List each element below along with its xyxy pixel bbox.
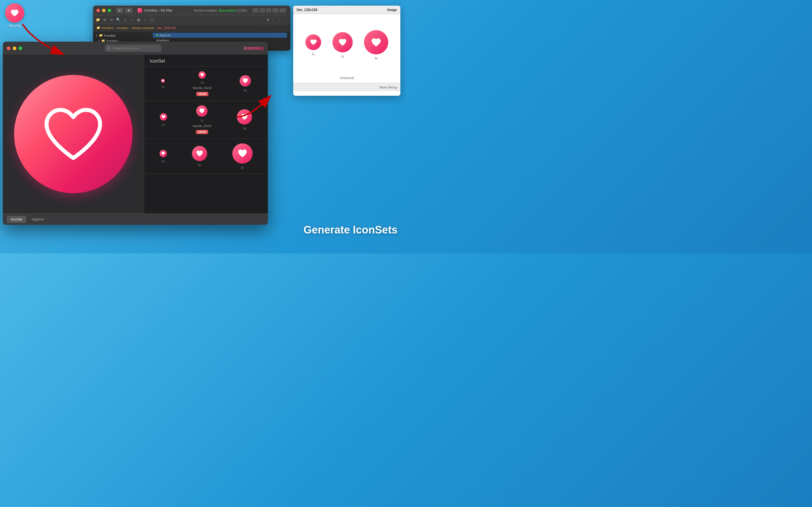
stop-button[interactable] xyxy=(125,8,133,13)
main-minimize-dot[interactable] xyxy=(13,47,16,50)
play-button[interactable] xyxy=(116,8,123,13)
preview-2x: 2x xyxy=(333,32,353,58)
asset-footer: Show Slicing xyxy=(293,83,400,91)
right-panel: IconSet 1x 2 xyxy=(144,55,268,214)
app-logo: icondary xyxy=(244,45,264,51)
maximize-dot[interactable] xyxy=(108,9,111,12)
generate-iconsets-text: Generate IconSets xyxy=(303,224,398,237)
icon-cell-2x-3: 2x xyxy=(192,146,207,167)
icon-cell-1x-16: 1x xyxy=(161,79,165,89)
scale-2x-label: 2x xyxy=(201,81,204,84)
link-icon[interactable]: ⌁ xyxy=(143,17,148,22)
scale-1x-label: 1x xyxy=(161,85,165,89)
layout-icon[interactable]: ⊟ xyxy=(109,17,114,22)
iconset-row-24x24: 1x 2x favorite_24x24 24x24 xyxy=(144,101,268,139)
preview-heart-3x xyxy=(370,36,382,48)
icon-cell-2x-24: 2x favorite_24x24 24x24 xyxy=(193,105,211,134)
xcode-nav-path: 📁 Icondary › Icondary › Assets.xcassets … xyxy=(93,24,290,32)
table-icon[interactable]: ▦ xyxy=(136,17,141,22)
icon-circle-medium-2x xyxy=(196,105,207,117)
preview-3x: 3x xyxy=(364,30,388,60)
icon-cell-3x-16: 3x xyxy=(240,75,251,92)
grid-view-icon[interactable]: ⊞ xyxy=(265,17,270,22)
xcode-toolbar: 📁 ⊞ ⊟ 🔍 △ ○ ▦ ⌁ { } ⊞ ‹ › xyxy=(93,15,290,24)
main-fullscreen-dot[interactable] xyxy=(18,47,22,50)
icon-circle-small-2x xyxy=(199,71,206,78)
breadcrumb-mymac: My Mac xyxy=(161,8,172,12)
svg-marker-0 xyxy=(119,9,121,11)
minimize-dot[interactable] xyxy=(102,9,105,12)
view-toggle-1[interactable] xyxy=(253,8,259,13)
main-titlebar: Search for icons icondary xyxy=(3,42,268,55)
xcode-status: Archive Icondary: Succeeded 13.193s xyxy=(194,9,250,12)
view-toggle-4[interactable] xyxy=(272,8,278,13)
breadcrumb-icondary: Icondary xyxy=(144,8,157,12)
scale-label-3x: 3x xyxy=(374,57,378,60)
icon-name-24: favorite_24x24 xyxy=(193,124,211,128)
main-close-dot[interactable] xyxy=(7,47,10,50)
preview-1x: 1x xyxy=(305,34,321,56)
triangle-icon[interactable]: △ xyxy=(122,17,128,22)
heart-icon xyxy=(10,8,20,18)
iconset-row-16x16: 1x 2x favorite_16x16 16x16 xyxy=(144,67,268,101)
svg-line-3 xyxy=(110,49,110,50)
icon-circle-small-row3 xyxy=(160,150,167,157)
preview-heart-1x xyxy=(309,38,317,46)
preview-circle-1x xyxy=(305,34,321,50)
badge-24x24: 24x24 xyxy=(196,130,208,134)
view-toggle-5[interactable] xyxy=(280,8,286,13)
scale-3x-label: 3x xyxy=(244,89,247,92)
tab-appicon[interactable]: AppIcon xyxy=(28,216,48,223)
xcode-titlebar: Icondary › My Mac Archive Icondary: Succ… xyxy=(93,6,290,15)
main-content: IconSet 1x 2 xyxy=(3,55,268,214)
main-window: Search for icons icondary IconSet xyxy=(3,42,268,225)
search-icon[interactable]: 🔍 xyxy=(116,17,121,22)
main-search-area: Search for icons xyxy=(24,45,242,52)
left-panel xyxy=(3,55,144,214)
icon-circle-medium-3x xyxy=(240,75,251,87)
big-heart-icon xyxy=(37,98,110,171)
folder-icon[interactable]: 📁 xyxy=(95,17,100,22)
icon-name-16: favorite_16x16 xyxy=(193,87,212,90)
like-icon-circle xyxy=(5,3,24,22)
asset-name: like_128x128 xyxy=(297,8,317,12)
nav-back-icon[interactable]: ‹ xyxy=(276,17,282,22)
icon-circle-small-1x xyxy=(160,113,167,121)
search-bar[interactable]: Search for icons xyxy=(105,45,161,52)
app-icon xyxy=(138,8,142,13)
like-icon-container: like.png xyxy=(5,3,24,27)
tab-iconset[interactable]: IconSet xyxy=(7,216,26,223)
circle-icon[interactable]: ○ xyxy=(129,17,134,22)
icon-cell-1x-24: 1x xyxy=(160,113,167,126)
view-toggle-3[interactable] xyxy=(266,8,271,13)
file-dot xyxy=(156,34,158,36)
show-slicing-label: Show Slicing xyxy=(379,86,397,89)
asset-preview-area: 1x 2x 3x xyxy=(293,14,400,76)
xcode-asset-preview: like_128x128 Image 1x 2x xyxy=(293,6,400,96)
iconset-header: IconSet xyxy=(144,55,268,67)
badge-16x16: 16x16 xyxy=(196,92,209,96)
icon-circle-large-2x xyxy=(192,146,207,161)
icon-circle-xlarge-3x xyxy=(232,144,253,164)
search-icon xyxy=(107,47,111,50)
icon-cell-3x-24: 3x xyxy=(237,109,252,130)
preview-circle-2x xyxy=(333,32,353,52)
universal-label: Universal xyxy=(293,76,400,83)
grid-icon[interactable]: ⊞ xyxy=(102,17,107,22)
view-toggle-2[interactable] xyxy=(260,8,265,13)
preview-heart-2x xyxy=(338,37,348,47)
nav-fwd-icon[interactable]: › xyxy=(283,17,288,22)
asset-type: Image xyxy=(387,8,397,12)
file-item-appicon[interactable]: AppIcon xyxy=(153,33,287,38)
sidebar-item-icondary-1[interactable]: ▼ 📁 Icondary xyxy=(93,33,149,38)
big-circle-preview xyxy=(14,75,133,193)
scale-label-1x: 1x xyxy=(312,52,315,56)
scale-label-2x: 2x xyxy=(341,55,344,58)
nav-folder-icon: 📁 xyxy=(96,26,100,30)
preview-circle-3x xyxy=(364,30,388,54)
search-placeholder: Search for icons xyxy=(112,46,139,50)
close-dot[interactable] xyxy=(96,9,100,12)
icon-cell-1x-3: 1x xyxy=(160,150,167,163)
code-icon[interactable]: { } xyxy=(149,17,154,22)
icon-circle-large-3x xyxy=(237,109,252,124)
